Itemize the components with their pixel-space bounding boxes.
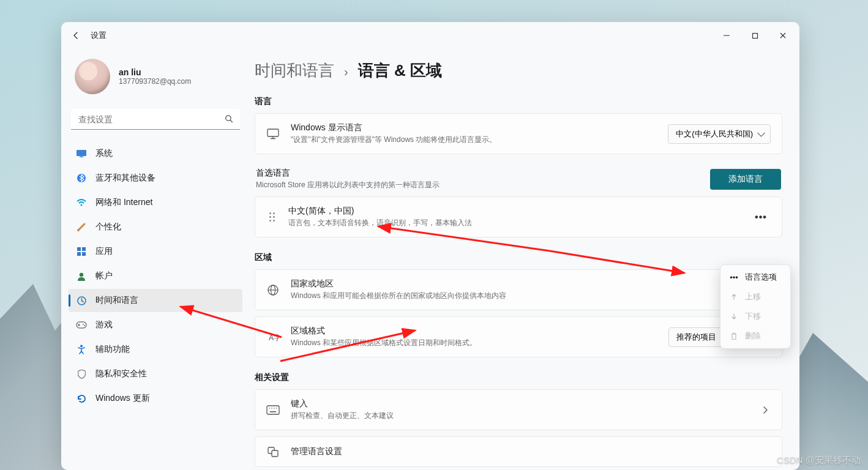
svg-point-8 [77,229,80,231]
back-button[interactable] [64,23,88,48]
drag-handle-icon[interactable] [266,212,277,222]
globe-icon [266,284,280,296]
character-icon: A字 [266,331,280,343]
country-region-sub: Windows 和应用可能会根据你所在的国家或地区向你提供本地内容 [291,291,718,301]
sidebar-item-label: 帐户 [95,270,113,282]
typing-card[interactable]: 键入 拼写检查、自动更正、文本建议 [255,389,782,430]
search-icon [224,114,234,124]
svg-rect-1 [752,33,757,38]
close-button[interactable] [769,26,797,45]
sidebar-item-label: Windows 更新 [95,393,150,404]
ctx-delete-label: 删除 [745,330,761,341]
sidebar-item-update[interactable]: Windows 更新 [69,387,242,410]
minimize-button[interactable] [713,26,741,45]
breadcrumb-separator: › [344,65,348,79]
gaming-icon [76,319,87,330]
breadcrumb-parent[interactable]: 时间和语言 [255,60,334,81]
minimize-icon [723,32,730,39]
sidebar-item-label: 个性化 [95,222,121,233]
sidebar-item-accessibility[interactable]: 辅助功能 [69,338,242,361]
content-area: an liu 1377093782@qq.com 系统蓝牙和其他设备网络和 In… [61,49,799,470]
keyboard-icon [266,405,280,415]
sidebar-item-network[interactable]: 网络和 Internet [69,191,242,214]
window-title: 设置 [91,30,107,41]
system-icon [76,148,87,159]
bluetooth-icon [76,173,87,184]
preferred-language-title: 首选语言 [256,168,440,179]
svg-point-28 [271,408,272,409]
arrow-up-icon [729,293,739,300]
nav-list: 系统蓝牙和其他设备网络和 Internet个性化应用帐户时间和语言游戏辅助功能隐… [69,142,242,410]
sidebar-item-label: 时间和语言 [95,295,138,306]
sidebar-item-label: 辅助功能 [95,344,130,355]
svg-point-7 [81,204,83,206]
profile-text: an liu 1377093782@qq.com [119,67,191,86]
breadcrumb: 时间和语言 › 语言 & 区域 [255,56,782,92]
preferred-language-row: 首选语言 Microsoft Store 应用将以此列表中支持的第一种语言显示 … [255,160,782,196]
maximize-icon [752,32,758,39]
sidebar-item-label: 蓝牙和其他设备 [95,173,155,184]
profile-block[interactable]: an liu 1377093782@qq.com [69,49,242,109]
language-section-label: 语言 [255,96,782,107]
typing-title: 键入 [291,398,749,409]
search-box [71,109,240,130]
sidebar-item-label: 隐私和安全性 [95,368,147,379]
profile-email: 1377093782@qq.com [119,77,191,86]
sidebar-item-time-language[interactable]: 时间和语言 [69,289,242,312]
page-title: 语言 & 区域 [358,60,442,81]
country-region-card: 国家或地区 Windows 和应用可能会根据你所在的国家或地区向你提供本地内容 … [255,269,782,310]
regional-format-card: A字 区域格式 Windows 和某些应用根据区域格式设置日期和时间格式。 推荐… [255,316,782,357]
svg-point-18 [80,345,83,348]
maximize-button[interactable] [741,26,769,45]
display-language-card: Windows 显示语言 "设置"和"文件资源管理器"等 Windows 功能将… [255,113,782,154]
admin-language-card[interactable]: 管理语言设置 [255,436,782,467]
svg-rect-5 [80,157,83,158]
language-item-card: 中文(简体，中国) 语言包，文本到语音转换，语音识别，手写，基本输入法 ••• [255,196,782,237]
sidebar-item-privacy[interactable]: 隐私和安全性 [69,362,242,386]
country-region-title: 国家或地区 [291,278,718,289]
regional-format-sub: Windows 和某些应用根据区域格式设置日期和时间格式。 [291,338,657,348]
avatar [75,59,110,94]
preferred-language-sub: Microsoft Store 应用将以此列表中支持的第一种语言显示 [256,180,440,190]
region-section-label: 区域 [255,252,782,263]
svg-rect-31 [270,411,276,412]
add-language-button[interactable]: 添加语言 [710,169,781,190]
sidebar-item-gaming[interactable]: 游戏 [69,313,242,337]
language-item-title: 中文(简体，中国) [288,206,740,217]
ctx-options-label: 语言选项 [745,272,777,283]
svg-rect-11 [77,252,81,256]
close-icon [779,32,787,39]
arrow-down-icon [729,313,739,320]
svg-rect-10 [82,247,86,251]
admin-language-title: 管理语言设置 [291,446,771,457]
context-menu-language-options[interactable]: ••• 语言选项 [723,267,788,287]
display-language-select[interactable]: 中文(中华人民共和国) [668,124,771,144]
search-input[interactable] [71,109,240,130]
sidebar-item-label: 游戏 [95,319,113,330]
svg-point-30 [276,408,277,409]
personalization-icon [76,222,87,233]
sidebar-item-system[interactable]: 系统 [69,142,242,165]
svg-rect-4 [77,150,86,156]
related-section-label: 相关设置 [255,372,782,383]
apps-icon [76,246,87,257]
sidebar-item-accounts[interactable]: 帐户 [69,264,242,288]
sidebar-item-bluetooth[interactable]: 蓝牙和其他设备 [69,166,242,190]
watermark: CSDN @安果移不动 [777,455,861,466]
svg-point-27 [269,408,270,409]
sidebar-item-label: 系统 [95,148,113,159]
typing-sub: 拼写检查、自动更正、文本建议 [291,411,749,421]
time-language-icon [76,295,87,306]
update-icon [76,393,87,404]
ctx-movedown-label: 下移 [745,311,761,322]
language-item-more-button[interactable]: ••• [751,207,771,227]
sidebar-item-personalization[interactable]: 个性化 [69,215,242,239]
sidebar-item-apps[interactable]: 应用 [69,240,242,263]
display-language-title: Windows 显示语言 [291,122,657,133]
svg-point-16 [83,324,84,325]
sidebar: an liu 1377093782@qq.com 系统蓝牙和其他设备网络和 In… [61,49,250,470]
accounts-icon [76,270,87,282]
profile-name: an liu [119,67,191,77]
svg-rect-26 [267,406,279,414]
accessibility-icon [76,344,87,355]
